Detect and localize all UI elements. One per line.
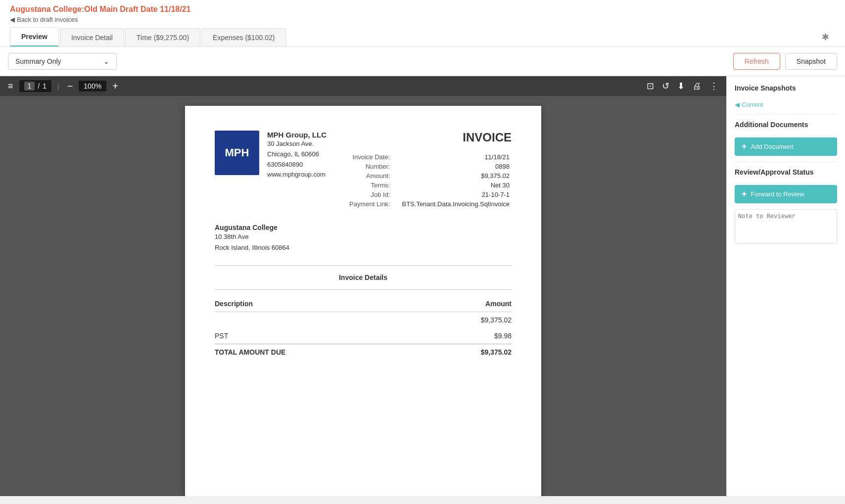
pdf-page-indicator: 1 / 1 bbox=[19, 80, 51, 92]
pdf-toolbar-right: ⊡ ↺ ⬇ 🖨 ⋮ bbox=[647, 81, 718, 92]
current-snapshot-label[interactable]: ◀ Current bbox=[735, 101, 837, 108]
line-amount: $9,375.02 bbox=[422, 312, 512, 328]
pdf-rotate-button[interactable]: ↺ bbox=[662, 81, 669, 92]
expand-icon[interactable]: ✱ bbox=[816, 28, 835, 46]
meta-value: 11/18/21 bbox=[400, 152, 512, 162]
meta-value: 0898 bbox=[400, 162, 512, 171]
meta-value: 21-10-7-1 bbox=[400, 190, 512, 199]
review-divider bbox=[735, 162, 837, 162]
invoice-table: Description Amount $9,375.02 PST $9.98 T… bbox=[215, 296, 512, 360]
invoice-divider-bottom bbox=[215, 289, 512, 290]
app-header: Augustana College:Old Main Draft Date 11… bbox=[0, 0, 845, 47]
add-doc-label: Add Document bbox=[751, 143, 794, 150]
company-website: www.mphgroup.com bbox=[267, 170, 327, 180]
back-arrow-icon: ◀ bbox=[10, 16, 15, 23]
meta-label: Invoice Date: bbox=[347, 152, 400, 162]
forward-plus-icon: + bbox=[742, 189, 747, 199]
add-doc-plus-icon: + bbox=[742, 141, 747, 152]
invoice-meta-table: Invoice Date: 11/18/21 Number: 0898 Amou… bbox=[347, 152, 512, 209]
total-label: TOTAL AMOUNT DUE bbox=[215, 344, 422, 361]
review-status-title: Review/Approval Status bbox=[735, 168, 837, 176]
invoice-meta-row: Number: 0898 bbox=[347, 162, 512, 171]
meta-value: Net 30 bbox=[400, 181, 512, 190]
invoice-total-row: TOTAL AMOUNT DUE $9,375.02 bbox=[215, 344, 512, 361]
pdf-divider: | bbox=[57, 82, 59, 90]
meta-value: BTS.Tenant.Data.Invoicing.SqlInvoice bbox=[400, 199, 512, 209]
forward-to-review-button[interactable]: + Forward to Review bbox=[735, 185, 837, 203]
add-document-button[interactable]: + Add Document bbox=[735, 137, 837, 156]
meta-label: Payment Link: bbox=[347, 199, 400, 209]
invoice-meta-row: Terms: Net 30 bbox=[347, 181, 512, 190]
invoice-line-item: $9,375.02 bbox=[215, 312, 512, 328]
company-info: MPH Group, LLC 30 Jackson Ave. Chicago, … bbox=[267, 131, 327, 180]
back-link[interactable]: ◀ Back to draft invoices bbox=[10, 16, 835, 23]
client-address1: 10 38th Ave bbox=[215, 231, 512, 242]
tab-bar: Preview Invoice Detail Time ($9,275.00) … bbox=[10, 27, 835, 46]
tab-invoice-detail[interactable]: Invoice Detail bbox=[60, 28, 124, 46]
toolbar-actions: Refresh Snapshot bbox=[733, 53, 837, 70]
chevron-down-icon: ⌄ bbox=[103, 57, 109, 65]
invoice-line-item: PST $9.98 bbox=[215, 328, 512, 344]
invoice-title-block: INVOICE Invoice Date: 11/18/21 Number: 0… bbox=[347, 131, 512, 209]
total-amount: $9,375.02 bbox=[422, 344, 512, 361]
pdf-content-area[interactable]: MPH MPH Group, LLC 30 Jackson Ave. Chica… bbox=[0, 96, 726, 496]
invoice-title: INVOICE bbox=[347, 131, 512, 144]
client-name: Augustana College bbox=[215, 224, 512, 231]
tab-time[interactable]: Time ($9,275.00) bbox=[125, 28, 200, 46]
pdf-current-page[interactable]: 1 bbox=[24, 82, 35, 91]
invoice-header: MPH MPH Group, LLC 30 Jackson Ave. Chica… bbox=[215, 131, 512, 209]
col-amount: Amount bbox=[422, 296, 512, 312]
invoice-divider-top bbox=[215, 265, 512, 266]
pdf-download-button[interactable]: ⬇ bbox=[677, 81, 685, 92]
invoice-meta-row: Amount: $9,375.02 bbox=[347, 171, 512, 181]
col-description: Description bbox=[215, 296, 422, 312]
company-address2: Chicago, IL 60606 bbox=[267, 149, 327, 160]
forward-label: Forward to Review bbox=[751, 190, 804, 198]
pdf-more-button[interactable]: ⋮ bbox=[709, 81, 718, 92]
snapshots-title: Invoice Snapshots bbox=[735, 84, 837, 92]
invoice-details-title: Invoice Details bbox=[215, 274, 512, 281]
tab-preview[interactable]: Preview bbox=[10, 27, 59, 46]
client-info: Augustana College 10 38th Ave Rock Islan… bbox=[215, 224, 512, 253]
pdf-print-button[interactable]: 🖨 bbox=[693, 81, 702, 92]
company-address1: 30 Jackson Ave. bbox=[267, 139, 327, 149]
meta-label: Job Id: bbox=[347, 190, 400, 199]
client-address2: Rock Island, Illinois 60864 bbox=[215, 242, 512, 253]
line-description: PST bbox=[215, 328, 422, 344]
pdf-viewer: ≡ 1 / 1 | − 100% + ⊡ ↺ ⬇ 🖨 ⋮ bbox=[0, 76, 726, 496]
summary-dropdown[interactable]: Summary Only ⌄ bbox=[8, 53, 117, 70]
current-arrow-icon: ◀ bbox=[735, 101, 740, 108]
pdf-zoom-level: 100% bbox=[79, 81, 106, 92]
pdf-page-separator: / bbox=[38, 82, 40, 90]
company-name: MPH Group, LLC bbox=[267, 131, 327, 139]
refresh-button[interactable]: Refresh bbox=[733, 53, 780, 70]
additional-docs-title: Additional Documents bbox=[735, 121, 837, 129]
preview-toolbar: Summary Only ⌄ Refresh Snapshot bbox=[0, 47, 845, 76]
meta-label: Amount: bbox=[347, 171, 400, 181]
right-panel: Invoice Snapshots ◀ Current Additional D… bbox=[726, 76, 845, 496]
line-description bbox=[215, 312, 422, 328]
zoom-in-button[interactable]: + bbox=[110, 81, 120, 92]
current-snapshot-text: Current bbox=[742, 101, 763, 108]
snapshots-divider bbox=[735, 114, 837, 115]
meta-label: Terms: bbox=[347, 181, 400, 190]
invoice-meta-row: Invoice Date: 11/18/21 bbox=[347, 152, 512, 162]
pdf-zoom-controls: − 100% + bbox=[65, 81, 120, 92]
invoice-meta-row: Payment Link: BTS.Tenant.Data.Invoicing.… bbox=[347, 199, 512, 209]
pdf-fit-button[interactable]: ⊡ bbox=[647, 81, 654, 92]
meta-label: Number: bbox=[347, 162, 400, 171]
company-header-row: MPH MPH Group, LLC 30 Jackson Ave. Chica… bbox=[215, 131, 327, 180]
note-to-reviewer-input[interactable] bbox=[735, 209, 837, 244]
back-link-text: Back to draft invoices bbox=[17, 16, 78, 23]
line-amount: $9.98 bbox=[422, 328, 512, 344]
pdf-menu-icon[interactable]: ≡ bbox=[8, 81, 13, 92]
summary-dropdown-label: Summary Only bbox=[15, 57, 61, 65]
tab-expenses[interactable]: Expenses ($100.02) bbox=[201, 28, 286, 46]
pdf-page: MPH MPH Group, LLC 30 Jackson Ave. Chica… bbox=[185, 106, 541, 496]
invoice-meta-row: Job Id: 21-10-7-1 bbox=[347, 190, 512, 199]
snapshot-button[interactable]: Snapshot bbox=[785, 53, 837, 70]
app-title: Augustana College:Old Main Draft Date 11… bbox=[10, 5, 835, 14]
meta-value: $9,375.02 bbox=[400, 171, 512, 181]
company-logo: MPH bbox=[215, 131, 259, 175]
zoom-out-button[interactable]: − bbox=[65, 81, 75, 92]
